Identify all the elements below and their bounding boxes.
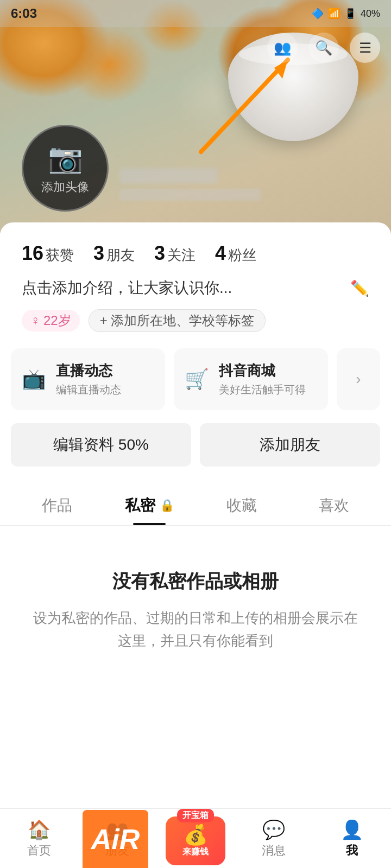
search-icon: 🔍 xyxy=(315,40,332,56)
signal-icon: 📱 xyxy=(344,8,356,20)
live-feed-subtitle: 编辑直播动态 xyxy=(56,382,121,397)
status-bar: 6:03 🔷 📶 📱 40% xyxy=(0,0,391,27)
user-id-blur xyxy=(119,189,261,201)
edit-profile-button[interactable]: 编辑资料 50% xyxy=(11,423,191,467)
add-tag-button[interactable]: + 添加所在地、学校等标签 xyxy=(89,309,266,332)
tab-likes[interactable]: 喜欢 xyxy=(288,486,380,525)
live-icon: 📺 xyxy=(22,368,46,391)
nav-messages[interactable]: 💬 消息 xyxy=(235,809,313,868)
shop-title: 抖音商城 xyxy=(219,361,306,380)
action-row: 编辑资料 50% 添加朋友 xyxy=(0,423,391,486)
feature-row: 📺 直播动态 编辑直播动态 🛒 抖音商城 美好生活触手可得 › xyxy=(0,348,391,423)
bio-edit-icon[interactable]: ✏️ xyxy=(350,279,369,297)
friends-count: 3 xyxy=(93,242,104,265)
nav-messages-label: 消息 xyxy=(262,843,286,859)
tab-likes-label: 喜欢 xyxy=(319,495,349,516)
battery-indicator: 40% xyxy=(361,8,380,20)
people-icon: 👥 xyxy=(274,40,291,56)
nav-profile[interactable]: 👤 我 xyxy=(313,809,391,868)
header-icons: 👥 🔍 ☰ xyxy=(267,33,380,63)
status-icons: 🔷 📶 📱 40% xyxy=(312,8,380,20)
tab-works[interactable]: 作品 xyxy=(11,486,103,525)
camera-icon: 📷 xyxy=(48,142,83,175)
search-button[interactable]: 🔍 xyxy=(308,33,339,63)
menu-button[interactable]: ☰ xyxy=(350,33,380,63)
friends-label: 朋友 xyxy=(106,246,135,265)
tab-works-label: 作品 xyxy=(42,495,72,516)
profile-icon: 👤 xyxy=(340,819,363,840)
avatar-button[interactable]: 📷 添加头像 xyxy=(22,125,109,212)
shop-subtitle: 美好生活触手可得 xyxy=(219,382,306,397)
live-feed-card[interactable]: 📺 直播动态 编辑直播动态 xyxy=(11,348,165,410)
chevron-right-icon: › xyxy=(356,371,361,388)
avatar-label: 添加头像 xyxy=(41,179,89,195)
following-label: 关注 xyxy=(167,246,195,265)
likes-count: 16 xyxy=(22,242,43,265)
stat-likes: 16 获赞 xyxy=(22,242,74,265)
nav-profile-label: 我 xyxy=(346,843,358,859)
messages-icon: 💬 xyxy=(262,819,285,840)
empty-title: 没有私密作品或相册 xyxy=(112,569,279,594)
earn-label: 来赚钱 xyxy=(182,846,209,858)
nav-home[interactable]: 🏠 首页 xyxy=(0,809,78,868)
likes-label: 获赞 xyxy=(46,246,74,265)
open-chest-badge: 开宝箱 xyxy=(177,809,214,822)
tab-favorites[interactable]: 收藏 xyxy=(195,486,288,525)
battery-percent: 40% xyxy=(361,8,380,20)
nav-earn[interactable]: 开宝箱 💰 来赚钱 xyxy=(156,816,235,861)
air-text: AiR xyxy=(91,823,140,856)
gender-tag: ♀ 22岁 xyxy=(22,310,80,331)
add-tag-label: + 添加所在地、学校等标签 xyxy=(100,312,255,329)
profile-banner: 👥 🔍 ☰ 📷 添加头像 xyxy=(0,0,391,233)
avatar-container: 📷 添加头像 xyxy=(22,125,109,212)
bottom-nav: 🏠 首页 👥 朋友 开宝箱 💰 来赚钱 💬 消息 👤 我 xyxy=(0,808,391,868)
live-feed-title: 直播动态 xyxy=(56,361,121,380)
tab-private[interactable]: 私密 🔒 xyxy=(103,486,195,525)
stat-followers[interactable]: 4 粉丝 xyxy=(215,242,256,265)
stat-following[interactable]: 3 关注 xyxy=(154,242,195,265)
bio-text: 点击添加介绍，让大家认识你... xyxy=(22,278,344,298)
bluetooth-icon: 🔷 xyxy=(312,8,324,20)
followers-label: 粉丝 xyxy=(228,246,256,265)
empty-state: 没有私密作品或相册 设为私密的作品、过期的日常和上传的相册会展示在这里，并且只有… xyxy=(0,526,391,685)
people-button[interactable]: 👥 xyxy=(267,33,298,63)
shop-card[interactable]: 🛒 抖音商城 美好生活触手可得 xyxy=(174,348,328,410)
followers-count: 4 xyxy=(215,242,226,265)
add-friend-button[interactable]: 添加朋友 xyxy=(200,423,380,467)
tab-private-label: 私密 xyxy=(125,495,155,516)
home-icon: 🏠 xyxy=(28,819,51,840)
following-count: 3 xyxy=(154,242,165,265)
tab-favorites-label: 收藏 xyxy=(226,495,257,516)
live-feed-text: 直播动态 编辑直播动态 xyxy=(56,361,121,397)
money-bag-icon: 💰 xyxy=(184,824,208,846)
earn-button[interactable]: 开宝箱 💰 来赚钱 xyxy=(166,816,225,865)
gender-icon: ♀ xyxy=(30,313,40,328)
air-watermark: AiR xyxy=(83,810,148,868)
main-card: 16 获赞 3 朋友 3 关注 4 粉丝 点击添加介绍，让大家认识你... ✏️… xyxy=(0,222,391,819)
tabs-row: 作品 私密 🔒 收藏 喜欢 xyxy=(0,486,391,526)
tags-row: ♀ 22岁 + 添加所在地、学校等标签 xyxy=(0,309,391,348)
menu-icon: ☰ xyxy=(359,40,371,56)
shop-text: 抖音商城 美好生活触手可得 xyxy=(219,361,306,397)
wifi-icon: 📶 xyxy=(328,8,340,20)
empty-description: 设为私密的作品、过期的日常和上传的相册会展示在这里，并且只有你能看到 xyxy=(33,607,358,652)
more-features-card[interactable]: › xyxy=(337,348,380,410)
bio-row[interactable]: 点击添加介绍，让大家认识你... ✏️ xyxy=(0,278,391,309)
lock-icon: 🔒 xyxy=(160,499,174,513)
age-label: 22岁 xyxy=(43,312,71,329)
svg-line-0 xyxy=(201,60,288,152)
status-time: 6:03 xyxy=(11,6,37,21)
nav-home-label: 首页 xyxy=(27,843,51,859)
stats-row: 16 获赞 3 朋友 3 关注 4 粉丝 xyxy=(0,222,391,278)
stat-friends[interactable]: 3 朋友 xyxy=(93,242,135,265)
shop-icon: 🛒 xyxy=(185,368,209,391)
